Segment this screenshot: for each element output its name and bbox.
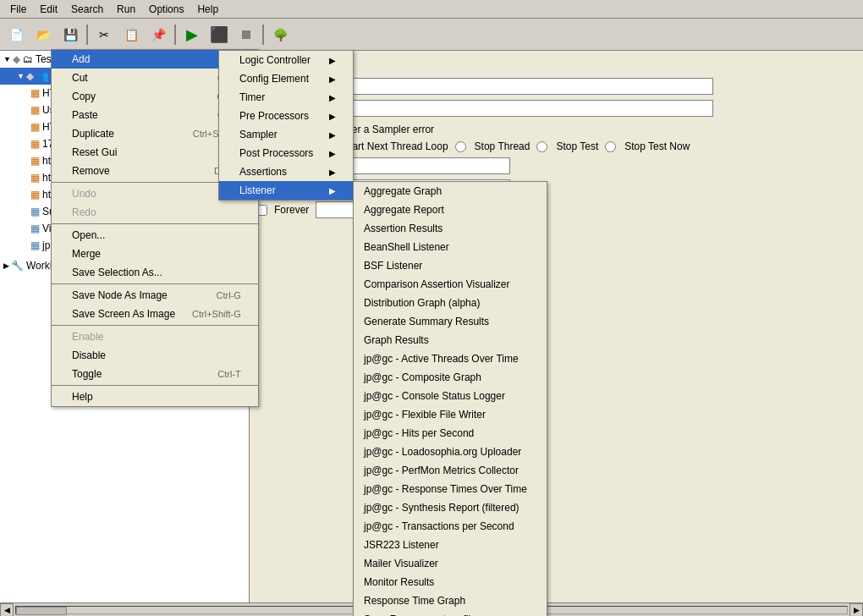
diamond2-icon: ◆ <box>26 70 34 82</box>
submenu-listener[interactable]: Listener ▶ <box>219 181 353 200</box>
submenu-timer[interactable]: Timer ▶ <box>219 88 353 107</box>
ctx-toggle[interactable]: Toggle Ctrl-T <box>52 365 258 383</box>
menu-help[interactable]: Help <box>190 2 225 17</box>
submenu-pre-processors[interactable]: Pre Processors ▶ <box>219 107 353 125</box>
expand-arrow-icon: ▼ <box>3 55 11 63</box>
timer-label: Timer <box>239 91 265 103</box>
stop-now-button[interactable]: ⏹ <box>234 23 259 47</box>
listener-jsr223[interactable]: JSR223 Listener <box>354 536 547 554</box>
listener-mailer[interactable]: Mailer Visualizer <box>354 554 547 573</box>
menu-search[interactable]: Search <box>64 2 110 17</box>
ctx-merge[interactable]: Merge <box>52 245 258 263</box>
save-button[interactable]: 💾 <box>58 23 83 47</box>
post-processors-label: Post Processors <box>239 147 313 159</box>
radio-stop-test-now[interactable] <box>605 141 616 152</box>
view-icon: ▦ <box>30 223 40 234</box>
ctx-sep-4 <box>52 325 258 326</box>
copy-icon: 📋 <box>124 28 139 41</box>
listener-bsf[interactable]: BSF Listener <box>354 256 547 275</box>
cut-toolbar-button[interactable]: ✂ <box>91 23 117 47</box>
listener-save-responses[interactable]: Save Responses to a file <box>354 610 547 616</box>
expand-icon: 🌳 <box>273 28 288 41</box>
stop-button[interactable]: ⬛ <box>206 23 232 47</box>
listener-jpgc-flexible[interactable]: jp@gc - Flexible File Writer <box>354 405 547 424</box>
ctx-save-screen[interactable]: Save Screen As Image Ctrl+Shift-G <box>52 305 258 323</box>
open-button[interactable]: 📂 <box>30 23 56 47</box>
listener-jpgc-composite[interactable]: jp@gc - Composite Graph <box>354 368 547 387</box>
listener-generate-summary[interactable]: Generate Summary Results <box>354 312 547 331</box>
ctx-merge-label: Merge <box>72 248 101 260</box>
expand-button[interactable]: 🌳 <box>267 23 293 47</box>
submenu-config-element[interactable]: Config Element ▶ <box>219 69 353 88</box>
aggregate-report-label: Aggregate Report <box>364 204 444 216</box>
submenu-logic-controller[interactable]: Logic Controller ▶ <box>219 51 353 69</box>
jpgc-composite-label: jp@gc - Composite Graph <box>364 371 481 383</box>
submenu-add: Logic Controller ▶ Config Element ▶ Time… <box>218 50 354 201</box>
aggregate-graph-label: Aggregate Graph <box>364 185 442 197</box>
ctx-add-label: Add <box>72 53 90 65</box>
submenu-assertions[interactable]: Assertions ▶ <box>219 162 353 181</box>
jpgc-console-label: jp@gc - Console Status Logger <box>364 390 505 402</box>
new-button[interactable]: 📄 <box>3 23 29 47</box>
listener-jpgc-transactions[interactable]: jp@gc - Transactions per Second <box>354 517 547 536</box>
listener-label: Listener <box>239 184 276 196</box>
listener-jpgc-perfmon[interactable]: jp@gc - PerfMon Metrics Collector <box>354 461 547 480</box>
listener-jpgc-synthesis[interactable]: jp@gc - Synthesis Report (filtered) <box>354 498 547 517</box>
summary-icon: ▦ <box>30 206 40 217</box>
ctx-open[interactable]: Open... <box>52 226 258 245</box>
radio-stop-test[interactable] <box>536 141 547 152</box>
listener-graph-results[interactable]: Graph Results <box>354 331 547 349</box>
submenu-post-processors[interactable]: Post Processors ▶ <box>219 144 353 162</box>
stop-thread-label: Stop Thread <box>475 140 530 152</box>
logic-controller-label: Logic Controller <box>239 54 311 66</box>
listener-jpgc-hits[interactable]: jp@gc - Hits per Second <box>354 424 547 443</box>
expand-arrow-tg-icon: ▼ <box>17 72 25 80</box>
menu-run[interactable]: Run <box>110 2 142 17</box>
sampler-label: Sampler <box>239 129 278 140</box>
listener-beanshell[interactable]: BeanShell Listener <box>354 238 547 256</box>
paste-toolbar-button[interactable]: 📌 <box>146 23 171 47</box>
menu-options[interactable]: Options <box>142 2 190 17</box>
listener-assertion-results[interactable]: Assertion Results <box>354 219 547 238</box>
ctx-sep-2 <box>52 223 258 224</box>
listener-jpgc-active-threads[interactable]: jp@gc - Active Threads Over Time <box>354 349 547 368</box>
new-icon: 📄 <box>9 28 24 41</box>
assertions-label: Assertions <box>239 166 287 178</box>
stop-test-now-label: Stop Test Now <box>624 140 690 152</box>
scroll-right-button[interactable]: ▶ <box>849 603 863 617</box>
ctx-open-label: Open... <box>72 229 105 241</box>
listener-jpgc-console[interactable]: jp@gc - Console Status Logger <box>354 387 547 405</box>
graph-results-label: Graph Results <box>364 334 429 346</box>
listener-response-time-graph[interactable]: Response Time Graph <box>354 591 547 610</box>
ctx-save-node-label: Save Node As Image <box>72 289 168 301</box>
run-button[interactable]: ▶ <box>179 23 205 47</box>
h-scrollbar-thumb[interactable] <box>16 607 67 615</box>
ctx-disable[interactable]: Disable <box>52 346 258 365</box>
config-element-arrow: ▶ <box>329 74 336 84</box>
jsr223-label: JSR223 Listener <box>364 539 439 551</box>
copy-toolbar-button[interactable]: 📋 <box>118 23 144 47</box>
scroll-left-button[interactable]: ◀ <box>0 603 14 617</box>
start-next-label: Start Next Thread Loop <box>343 140 448 152</box>
menu-file[interactable]: File <box>3 2 33 17</box>
listener-jpgc-response-times[interactable]: jp@gc - Response Times Over Time <box>354 480 547 498</box>
ctx-enable: Enable <box>52 327 258 346</box>
ctx-copy-label: Copy <box>72 91 96 102</box>
pre-processors-label: Pre Processors <box>239 110 309 122</box>
ctx-disable-label: Disable <box>72 349 106 361</box>
menu-edit[interactable]: Edit <box>33 2 64 17</box>
ctx-save-selection[interactable]: Save Selection As... <box>52 263 258 282</box>
listener-monitor[interactable]: Monitor Results <box>354 573 547 591</box>
ctx-save-node[interactable]: Save Node As Image Ctrl-G <box>52 286 258 305</box>
listener-aggregate-graph[interactable]: Aggregate Graph <box>354 182 547 201</box>
listener-aggregate-report[interactable]: Aggregate Report <box>354 201 547 219</box>
listener-comparison-assertion[interactable]: Comparison Assertion Visualizer <box>354 275 547 294</box>
ctx-duplicate-label: Duplicate <box>72 128 114 140</box>
diamond-icon: ◆ <box>13 53 20 65</box>
timer-arrow: ▶ <box>329 93 336 102</box>
ctx-help[interactable]: Help <box>52 388 258 406</box>
listener-jpgc-loadosophia[interactable]: jp@gc - Loadosophia.org Uploader <box>354 443 547 461</box>
radio-stop-thread[interactable] <box>455 141 466 152</box>
listener-distribution-graph[interactable]: Distribution Graph (alpha) <box>354 294 547 312</box>
submenu-sampler[interactable]: Sampler ▶ <box>219 125 353 144</box>
